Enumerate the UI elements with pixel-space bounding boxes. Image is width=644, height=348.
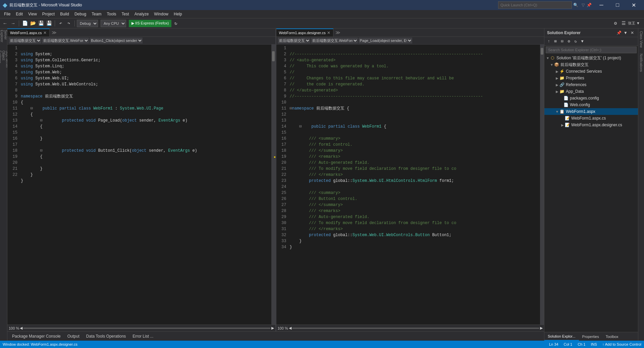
se-item-web-config[interactable]: ▶ 📄 Web.config	[544, 101, 638, 108]
se-toolbar-btn2[interactable]: ⊞	[552, 39, 558, 45]
menu-team[interactable]: Team	[89, 10, 104, 18]
right-scroll-thumb[interactable]	[541, 48, 543, 55]
left-method-select[interactable]: Button1_Click(object sender	[90, 38, 143, 44]
se-toolbar-btn4[interactable]: ⚙	[566, 39, 572, 45]
status-bar: Window docked: WebForm1.aspx.designer.cs…	[0, 341, 644, 348]
status-source-control[interactable]: ↑ Add to Source Control	[602, 342, 641, 346]
right-project-select[interactable]: 前后端数据交互	[278, 38, 310, 44]
tab-close-btn-right[interactable]: ✕	[327, 30, 330, 35]
bottom-tab-output[interactable]: Output	[64, 332, 83, 341]
debug-config-dropdown[interactable]: Debug	[77, 20, 98, 27]
minimize-button[interactable]: ─	[594, 0, 609, 10]
references-icon: 🔗	[559, 82, 565, 87]
quick-launch-input[interactable]	[498, 1, 572, 9]
se-toolbar-btn5[interactable]: ↻	[573, 39, 579, 45]
menu-build[interactable]: Build	[57, 10, 72, 18]
se-btn-close[interactable]: ✕	[629, 30, 635, 36]
sidebar-sql-server[interactable]: SQL Server Object Explorer	[0, 51, 7, 71]
se-item-webform1-designer[interactable]: ▶ 📝 WebForm1.aspx.designer.cs	[544, 122, 638, 128]
se-item-app-data[interactable]: ▶ 📁 App_Data	[544, 88, 638, 95]
toolbar-misc2[interactable]: ☰	[620, 20, 627, 27]
user-label[interactable]: 张王 ▼	[628, 21, 640, 26]
menu-test[interactable]: Test	[119, 10, 132, 18]
right-method-select[interactable]: Page_Load(object sender, Ev	[359, 38, 412, 44]
se-item-packages-config[interactable]: ▶ 📄 packages.config	[544, 95, 638, 101]
se-btab-properties[interactable]: Properties	[579, 332, 602, 341]
close-button[interactable]: ✕	[626, 0, 641, 10]
sidebar-server-explorer[interactable]: Server Explorer	[0, 30, 7, 50]
left-class-select[interactable]: 前后端数据交互.WebForm1	[42, 38, 89, 44]
cs-expand-arrow: ▶	[555, 70, 559, 73]
properties-icon: 📁	[559, 75, 565, 81]
toolbar-open[interactable]: 📂	[29, 20, 37, 27]
tab-webform1-designer[interactable]: WebForm1.aspx.designer.cs ✕	[276, 28, 333, 37]
se-toolbar-btn3[interactable]: ⊟	[559, 39, 565, 45]
left-zoom-scroll-right[interactable]: ▶	[271, 326, 274, 330]
tab-add-right[interactable]: ≫	[333, 28, 342, 37]
refresh-btn[interactable]: ↻	[172, 20, 179, 27]
se-item-references[interactable]: ▶ 🔗 References	[544, 81, 638, 88]
platform-dropdown[interactable]: Any CPU	[101, 20, 126, 27]
status-ln: Ln 34	[549, 342, 558, 346]
se-item-properties[interactable]: ▶ 📁 Properties	[544, 75, 638, 81]
se-btn-dropdown[interactable]: ▼	[623, 30, 629, 36]
menu-view[interactable]: View	[25, 10, 40, 18]
se-toolbar-btn6[interactable]: ▼	[579, 39, 585, 45]
se-btab-explorer[interactable]: Solution Explor...	[544, 332, 579, 341]
menu-edit[interactable]: Edit	[13, 10, 25, 18]
tab-close-btn[interactable]: ✕	[43, 30, 47, 35]
right-hscroll[interactable]	[292, 328, 539, 329]
menu-help[interactable]: Help	[171, 10, 185, 18]
run-button[interactable]: ▶ IIS Express (Firefox)	[129, 20, 171, 27]
toolbar-save[interactable]: 💾	[37, 20, 45, 27]
menu-project[interactable]: Project	[40, 10, 57, 18]
tab-webform1-aspx-cs[interactable]: WebForm1.aspx.cs ✕	[7, 28, 50, 37]
menu-file[interactable]: File	[1, 10, 13, 18]
right-zoom-scroll-right[interactable]: ▶	[540, 326, 543, 330]
solution-explorer: Solution Explorer 📌 ▼ ✕ ↑ ⊞ ⊟ ⚙ ↻ ▼ ▼ ⬡	[544, 28, 638, 341]
bottom-tab-pkg[interactable]: Package Manager Console	[9, 332, 64, 341]
connected-services-label: Connected Services	[566, 69, 637, 74]
menu-tools[interactable]: Tools	[104, 10, 119, 18]
bottom-tab-dto[interactable]: Data Tools Operations	[83, 332, 129, 341]
tab-add-left[interactable]: ≫	[50, 28, 59, 37]
toolbar-new[interactable]: 📄	[21, 20, 29, 27]
se-item-webform1-cs[interactable]: ▶ 📝 WebForm1.aspx.cs	[544, 115, 638, 122]
se-item-connected-services[interactable]: ▶ ⚡ Connected Services	[544, 68, 638, 75]
right-code-area[interactable]: 12345 678910 1112131415 1617181920 21222…	[276, 45, 544, 325]
toolbar-undo[interactable]: ↶	[57, 20, 64, 27]
menu-debug[interactable]: Debug	[72, 10, 89, 18]
app-data-icon: 📁	[559, 89, 565, 94]
toolbar-saveall[interactable]: 💾	[45, 20, 53, 27]
left-code-area[interactable]: 12345 678910 1112131415 1617181920 2122 …	[7, 45, 275, 325]
solution-label: Solution '前后端数据交互' (1 project)	[556, 55, 637, 61]
left-scrollbar[interactable]	[271, 45, 275, 325]
maximize-button[interactable]: □	[610, 0, 625, 10]
right-class-select[interactable]: 前后端数据交互.WebForm1	[311, 38, 358, 44]
notifications-tab[interactable]: Notifications	[639, 52, 643, 73]
right-zoom-scroll-left[interactable]: ◀	[289, 326, 291, 330]
se-item-webform1-aspx[interactable]: ▼ 📋 WebForm1.aspx	[544, 108, 638, 115]
se-project-node[interactable]: ▼ 📦 前后端数据交互	[544, 61, 638, 68]
se-btn-pin[interactable]: 📌	[616, 30, 622, 36]
se-solution-root[interactable]: ▼ ⬡ Solution '前后端数据交互' (1 project)	[544, 55, 638, 61]
se-btab-toolbox[interactable]: Toolbox	[602, 332, 622, 341]
toolbar-misc1[interactable]: ⚙	[612, 20, 619, 27]
left-nav-bar: 前后端数据交互 前后端数据交互.WebForm1 Button1_Click(o…	[7, 37, 276, 44]
toolbar-forward[interactable]: →	[9, 20, 17, 27]
toolbar-back[interactable]: ←	[1, 20, 9, 27]
left-zoom-scroll-left[interactable]: ◀	[20, 326, 22, 330]
toolbar-sep3	[74, 20, 75, 26]
menu-analyze[interactable]: Analyze	[132, 10, 152, 18]
left-hscroll[interactable]	[23, 328, 270, 329]
class-view-tab[interactable]: Class View	[639, 30, 643, 49]
left-project-select[interactable]: 前后端数据交互	[9, 38, 41, 44]
toolbar-redo[interactable]: ↷	[65, 20, 72, 27]
right-panel-tabs: Class View Notifications	[638, 28, 644, 341]
menu-window[interactable]: Window	[151, 10, 171, 18]
se-search-input[interactable]	[546, 47, 637, 53]
left-scroll-thumb[interactable]	[272, 51, 275, 61]
right-scrollbar[interactable]	[540, 45, 544, 325]
bottom-tab-errors[interactable]: Error List ...	[129, 332, 157, 341]
se-toolbar-btn1[interactable]: ↑	[546, 39, 552, 45]
